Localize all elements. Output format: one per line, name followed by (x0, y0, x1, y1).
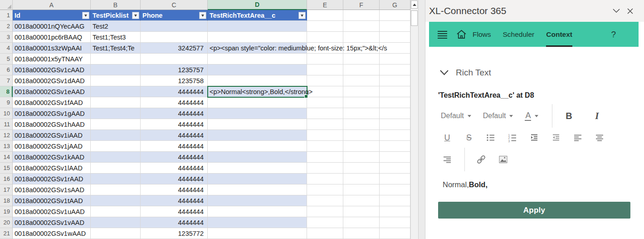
cell-B10[interactable] (91, 108, 141, 119)
cell-F8[interactable] (343, 86, 380, 97)
cell-D21[interactable] (208, 228, 307, 239)
cell-D14[interactable] (208, 152, 307, 163)
cell-C3[interactable] (141, 32, 208, 43)
menu-button[interactable] (434, 22, 450, 47)
column-header-E[interactable]: E (307, 0, 343, 10)
cell-D13[interactable] (208, 141, 307, 152)
cell-F5[interactable] (343, 54, 380, 65)
row-header-15[interactable]: 15 (0, 163, 13, 174)
apply-button[interactable]: Apply (438, 202, 630, 219)
cell-A1[interactable]: Id (13, 10, 91, 21)
cell-C8[interactable]: 4444444 (141, 86, 208, 97)
cell-E7[interactable] (307, 75, 343, 86)
column-header-D[interactable]: D (208, 0, 307, 10)
cell-F17[interactable] (343, 184, 380, 195)
underline-button[interactable]: U (441, 133, 454, 143)
cell-G2[interactable] (380, 21, 410, 32)
cell-A3[interactable]: 0018a00001pc6rBAAQ (13, 32, 91, 43)
cell-E11[interactable] (307, 119, 343, 130)
cell-D18[interactable] (208, 195, 307, 206)
align-right-button[interactable] (441, 155, 454, 164)
cell-B9[interactable] (91, 97, 141, 108)
column-header-C[interactable]: C (141, 0, 208, 10)
cell-E20[interactable] (307, 217, 343, 228)
tab-context[interactable]: Context (546, 22, 572, 47)
cell-E21[interactable] (307, 228, 343, 239)
bold-button[interactable]: B (562, 111, 575, 121)
cell-D9[interactable] (208, 97, 307, 108)
cell-D12[interactable] (208, 130, 307, 141)
insert-link-button[interactable] (475, 154, 488, 164)
cell-B7[interactable] (91, 75, 141, 86)
font-size-dropdown[interactable]: Default (483, 112, 513, 120)
cell-E16[interactable] (307, 174, 343, 184)
row-header-16[interactable]: 16 (0, 174, 13, 184)
row-header-2[interactable]: 2 (0, 21, 13, 32)
cell-B21[interactable] (91, 228, 141, 239)
italic-button[interactable]: I (590, 110, 603, 122)
insert-image-button[interactable] (497, 155, 509, 164)
cell-D19[interactable] (208, 206, 307, 217)
align-center-button[interactable] (593, 133, 606, 142)
cell-D5[interactable] (208, 54, 307, 65)
cell-E18[interactable] (307, 195, 343, 206)
column-header-G[interactable]: G (380, 0, 410, 10)
cell-G13[interactable] (380, 141, 410, 152)
cell-B17[interactable] (91, 184, 141, 195)
cell-C9[interactable]: 4444444 (141, 97, 208, 108)
cell-E9[interactable] (307, 97, 343, 108)
cell-G7[interactable] (380, 75, 410, 86)
cell-C16[interactable]: 4444444 (141, 174, 208, 184)
cell-G12[interactable] (380, 130, 410, 141)
cell-D17[interactable] (208, 184, 307, 195)
cell-C12[interactable]: 4444444 (141, 130, 208, 141)
filter-dropdown-button[interactable] (82, 12, 89, 19)
cell-A5[interactable]: 0018a00001x5yTNAAY (13, 54, 91, 65)
cell-C7[interactable]: 1235758 (141, 75, 208, 86)
row-header-8[interactable]: 8 (0, 86, 13, 97)
vertical-scrollbar[interactable] (410, 0, 418, 239)
cell-C4[interactable]: 3242577 (141, 43, 208, 54)
cell-B11[interactable] (91, 119, 141, 130)
cell-D6[interactable] (208, 65, 307, 75)
column-header-F[interactable]: F (343, 0, 380, 10)
cell-B5[interactable] (91, 54, 141, 65)
cell-E1[interactable] (307, 10, 343, 21)
filter-dropdown-button[interactable] (298, 12, 306, 19)
cell-C19[interactable]: 4444444 (141, 206, 208, 217)
cell-G14[interactable] (380, 152, 410, 163)
cell-G16[interactable] (380, 174, 410, 184)
rich-text-editor[interactable]: Normal,Bold, (443, 180, 630, 189)
cell-C21[interactable]: 1235772 (141, 228, 208, 239)
cell-F20[interactable] (343, 217, 380, 228)
column-header-B[interactable]: B (91, 0, 141, 10)
cell-G17[interactable] (380, 184, 410, 195)
cell-A6[interactable]: 0018a00002GSv1cAAD (13, 65, 91, 75)
row-header-1[interactable]: 1 (0, 10, 13, 21)
cell-B8[interactable] (91, 86, 141, 97)
cell-G15[interactable] (380, 163, 410, 174)
cell-E14[interactable] (307, 152, 343, 163)
strikethrough-button[interactable]: S (463, 133, 475, 143)
cell-C14[interactable]: 4444444 (141, 152, 208, 163)
cell-A8[interactable]: 0018a00002GSv1eAAD (13, 86, 91, 97)
cell-C18[interactable]: 4444444 (141, 195, 208, 206)
cell-F10[interactable] (343, 108, 380, 119)
select-all-corner[interactable] (0, 0, 13, 10)
cell-D7[interactable] (208, 75, 307, 86)
row-header-11[interactable]: 11 (0, 119, 13, 130)
cell-A16[interactable]: 0018a00002GSv1rAAD (13, 174, 91, 184)
cell-A10[interactable]: 0018a00002GSv1gAAD (13, 108, 91, 119)
font-family-dropdown[interactable]: Default (441, 112, 471, 120)
cell-G19[interactable] (380, 206, 410, 217)
cell-F18[interactable] (343, 195, 380, 206)
row-header-13[interactable]: 13 (0, 141, 13, 152)
cell-G3[interactable] (380, 32, 410, 43)
numbered-list-button[interactable]: 1 2 3 (506, 133, 519, 142)
cell-E3[interactable] (307, 32, 343, 43)
scroll-up-button[interactable] (411, 0, 418, 9)
cell-C10[interactable]: 4444444 (141, 108, 208, 119)
cell-E6[interactable] (307, 65, 343, 75)
cell-B16[interactable] (91, 174, 141, 184)
cell-F12[interactable] (343, 130, 380, 141)
